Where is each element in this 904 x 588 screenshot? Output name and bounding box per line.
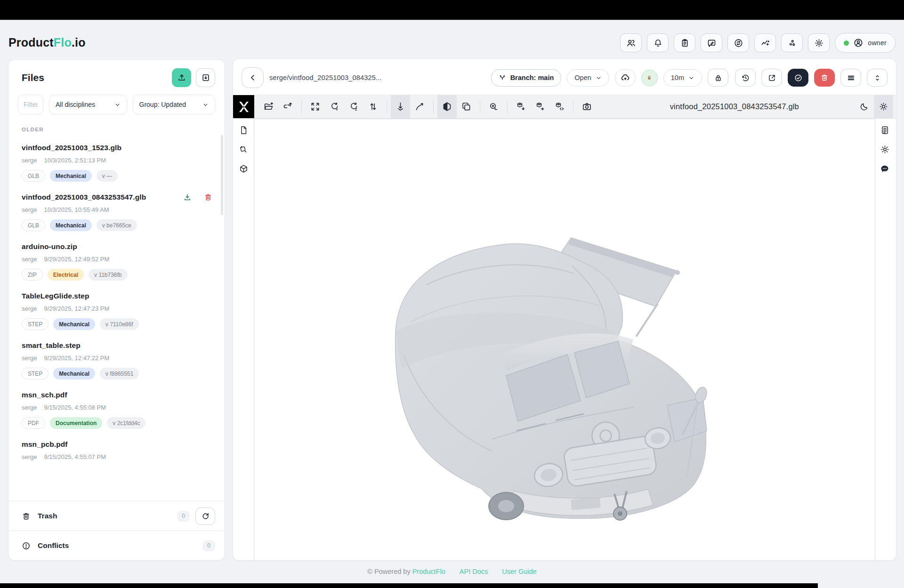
open-file-tool[interactable] (259, 95, 278, 118)
light-mode-button[interactable] (874, 95, 893, 118)
file-item[interactable]: msn_pcb.pdfserge9/15/2025, 4:55:07 PM (22, 429, 215, 460)
van-3d-model (351, 213, 718, 529)
api-docs-link[interactable]: API Docs (460, 568, 488, 575)
group-select[interactable]: Group: Updated (133, 95, 215, 114)
link-tool[interactable] (278, 95, 298, 118)
viewer-canvas[interactable] (254, 119, 875, 561)
refresh-icon (201, 512, 210, 521)
materials-panel-button[interactable] (239, 145, 249, 154)
archive-button[interactable] (196, 68, 215, 87)
screenshot-tool[interactable] (577, 95, 597, 118)
discipline-tag: Mechanical (50, 219, 92, 231)
team-button[interactable] (620, 33, 642, 52)
file-actions (183, 193, 215, 201)
clipboard-icon (680, 38, 690, 48)
activity-button[interactable] (754, 33, 776, 52)
xeokit-logo[interactable] (233, 95, 254, 118)
arrows-up-down-icon (368, 101, 379, 112)
scrollbar-thumb[interactable] (221, 135, 223, 215)
chevron-left-icon (249, 73, 257, 82)
draw-curve-tool[interactable] (410, 95, 429, 118)
alert-circle-icon (22, 541, 31, 550)
file-meta: serge9/15/2025, 4:55:07 PM (22, 453, 215, 460)
clipboard-button[interactable] (674, 33, 695, 52)
conflicts-count-badge: 0 (202, 540, 215, 551)
file-author: serge (22, 354, 37, 362)
expand-collapse-button[interactable] (867, 69, 888, 87)
powered-by-text: © Powered by ProductFlo (367, 568, 445, 575)
branch-button[interactable]: Branch: main (491, 69, 562, 87)
lock-button[interactable] (708, 69, 728, 87)
open-external-button[interactable] (761, 69, 782, 87)
delete-file-button[interactable] (204, 193, 212, 201)
file-tags: STEPMechanicalv 7110e86f (22, 318, 215, 330)
right-tool-rail (874, 125, 895, 174)
settings-button[interactable] (808, 33, 830, 52)
export-code-tool[interactable] (550, 95, 569, 118)
file-item[interactable]: smart_table.stepserge9/29/2025, 12:47:22… (22, 330, 215, 379)
dark-mode-button[interactable] (855, 95, 874, 118)
trash-section[interactable]: Trash 0 (8, 501, 225, 531)
flip-vertical-tool[interactable] (363, 95, 383, 118)
export-down-tool[interactable] (511, 95, 531, 118)
fit-view-tool[interactable] (306, 95, 325, 118)
notifications-button[interactable] (647, 33, 669, 52)
user-guide-link[interactable]: User Guide (502, 568, 536, 575)
rotate-y-tool[interactable]: Y (325, 95, 344, 118)
delete-file-button[interactable] (814, 69, 835, 87)
file-meta: serge9/29/2025, 12:49:52 PM (22, 256, 215, 263)
measure-tool[interactable] (484, 95, 503, 118)
move-axis-tool[interactable] (391, 95, 410, 118)
file-date: 10/3/2025, 10:55:49 AM (44, 206, 109, 213)
download-file-button[interactable] (183, 193, 192, 201)
conflicts-section[interactable]: Conflicts 0 (8, 531, 225, 560)
gear-icon (814, 38, 824, 48)
file-item[interactable]: vintfood_20251003_0843253547.glbserge10/… (22, 182, 215, 231)
file-tags: GLBMechanicalv — (22, 170, 215, 182)
history-icon (741, 73, 750, 82)
disciplines-select[interactable]: All disciplines (49, 95, 127, 114)
file-item[interactable]: TableLegGlide.stepserge9/29/2025, 12:47:… (22, 281, 215, 330)
cloud-sync-button[interactable] (615, 69, 636, 87)
back-button[interactable] (242, 67, 264, 88)
copy-tool[interactable] (457, 95, 476, 118)
format-tag: STEP (22, 318, 48, 330)
file-name: vintfood_20251003_1523.glb (22, 144, 121, 152)
comments-button[interactable] (880, 164, 890, 174)
properties-panel-button[interactable] (880, 125, 890, 135)
file-item[interactable]: vintfood_20251003_1523.glbserge10/3/2025… (22, 132, 215, 182)
gear-icon (880, 145, 890, 154)
trash-label: Trash (38, 512, 57, 520)
export-right-tool[interactable] (531, 95, 550, 118)
nodes-button[interactable] (781, 33, 803, 52)
open-select[interactable]: Open (567, 69, 609, 87)
viewer-settings-button[interactable] (880, 145, 890, 154)
file-date: 10/3/2025, 2:51:13 PM (44, 157, 106, 164)
moon-icon (859, 102, 869, 112)
refresh-trash-button[interactable] (195, 507, 215, 525)
file-date: 9/15/2025, 4:55:07 PM (44, 453, 106, 460)
upload-file-button[interactable] (172, 68, 191, 87)
interval-select[interactable]: 10m (663, 69, 702, 87)
approve-button[interactable] (788, 69, 808, 87)
lock-icon (714, 73, 723, 82)
box-download-icon (201, 73, 210, 82)
file-panel-button[interactable] (239, 125, 249, 135)
filter-input[interactable] (18, 95, 43, 114)
version-tag: v 11b736fb (89, 269, 128, 281)
sync-button[interactable] (727, 33, 749, 52)
model-tree-button[interactable] (239, 164, 249, 174)
section-tool[interactable] (437, 95, 457, 118)
account-menu[interactable]: owner (835, 33, 896, 53)
history-button[interactable] (735, 69, 756, 87)
rotate-z-tool[interactable]: Z (344, 95, 363, 118)
file-tags: STEPMechanicalv f8865551 (22, 368, 215, 379)
feedback-button[interactable] (701, 33, 722, 52)
file-item[interactable]: msn_sch.pdfserge9/15/2025, 4:55:08 PMPDF… (22, 379, 215, 429)
link-arrow-icon (282, 101, 293, 112)
session-avatar[interactable] (641, 70, 658, 86)
box-arrow-down-icon (516, 101, 526, 112)
file-name: vintfood_20251003_0843253547.glb (22, 193, 146, 201)
file-item[interactable]: arduino-uno.zipserge9/29/2025, 12:49:52 … (22, 231, 215, 281)
menu-button[interactable] (840, 69, 861, 87)
